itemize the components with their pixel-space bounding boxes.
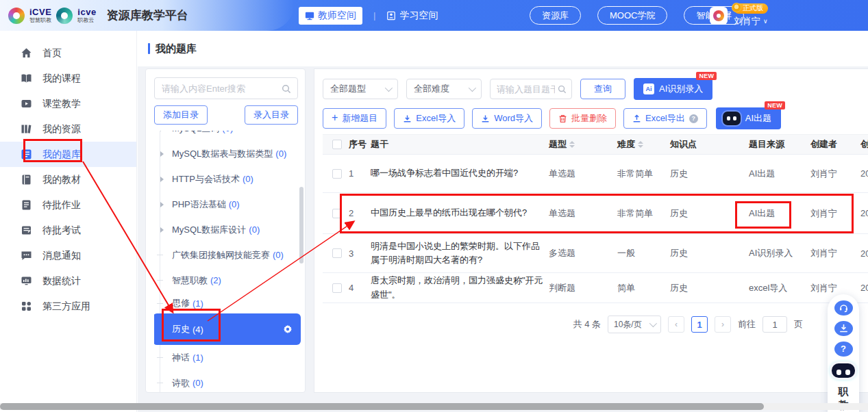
apps-grid-icon	[21, 300, 32, 312]
message-bubble-icon	[21, 250, 32, 261]
horizontal-scrollbar-thumb[interactable]	[0, 403, 764, 410]
nav-resource-library-button[interactable]: 资源库	[530, 6, 581, 25]
sidebar-item-pending-homework[interactable]: 待批作业	[0, 192, 136, 218]
row-checkbox[interactable]	[332, 248, 342, 258]
caret-right-icon	[160, 151, 164, 157]
help-icon[interactable]: ?	[834, 342, 853, 357]
select-all-checkbox[interactable]	[332, 140, 342, 149]
table-row[interactable]: 1 哪一场战争标志着中国近代史的开端? 单选题 非常简单 历史 AI出题 刘肖宁…	[323, 155, 868, 193]
directory-search-input[interactable]	[155, 78, 297, 99]
col-type[interactable]: 题型	[549, 138, 617, 151]
logo1-brand: iCVE	[29, 8, 51, 16]
sidebar-item-my-resources[interactable]: 我的资源	[0, 116, 136, 142]
tree-item-mysql-tables[interactable]: MySQL数据表与数据类型(0)	[154, 141, 301, 166]
tree-item-http-session[interactable]: HTTP与会话技术(0)	[154, 166, 301, 192]
word-import-button[interactable]: Word导入	[472, 108, 542, 129]
query-button[interactable]: 查询	[580, 79, 625, 99]
prev-page-button[interactable]: ‹	[668, 316, 684, 333]
question-type-select[interactable]: 全部题型	[323, 79, 398, 99]
library-books-icon	[21, 123, 32, 135]
ai-recognize-entry-button[interactable]: Ai AI识别录入 NEW	[634, 78, 712, 100]
sidebar-item-classroom-teaching[interactable]: 课堂教学	[0, 91, 136, 116]
download-center-icon[interactable]	[834, 321, 853, 336]
col-difficulty[interactable]: 难度	[617, 138, 670, 151]
tree-dash-icon	[157, 255, 163, 255]
add-question-button[interactable]: +新增题目	[323, 108, 386, 129]
add-directory-button[interactable]: 添加目录	[154, 105, 208, 125]
excel-import-button[interactable]: Excel导入	[394, 108, 464, 129]
goto-page-input[interactable]	[762, 316, 787, 333]
horizontal-scrollbar	[0, 403, 868, 410]
logo2-sub: 职教云	[77, 18, 96, 23]
tree-item-shenhua[interactable]: 神话(1)	[154, 345, 301, 370]
caret-right-icon	[160, 202, 164, 207]
tree-item-guangtie-contest[interactable]: 广铁集团接触网技能竞赛(0)	[154, 242, 301, 268]
tree-item-mysql-design[interactable]: MySQL数据库设计(0)	[154, 217, 301, 242]
directory-search	[154, 77, 298, 99]
page-size-select[interactable]: 10条/页	[608, 316, 661, 333]
total-count: 共 4 条	[573, 318, 601, 331]
new-badge: NEW	[696, 72, 717, 80]
search-icon	[282, 84, 291, 94]
user-caret-icon: ∨	[763, 18, 768, 25]
tree-item-php-basics[interactable]: PHP语法基础(0)	[154, 192, 301, 217]
ai-chip-icon: Ai	[643, 83, 654, 94]
entry-directory-button[interactable]: 录入目录	[245, 105, 298, 125]
sort-icon[interactable]	[638, 141, 643, 148]
difficulty-select[interactable]: 全部难度	[406, 79, 482, 99]
sort-icon[interactable]	[569, 141, 575, 148]
learning-space-icon	[386, 11, 396, 21]
col-creator: 创建者	[810, 138, 860, 151]
nav-mooc-button[interactable]: MOOC学院	[597, 6, 667, 25]
username[interactable]: 刘肖宁 ∨	[734, 15, 768, 27]
tree-dash-icon	[157, 383, 163, 383]
sidebar-item-my-courses[interactable]: 我的课程	[0, 66, 136, 91]
table-row-highlighted[interactable]: 2 中国历史上最早的纸币出现在哪个朝代? 单选题 非常简单 历史 AI出题 刘肖…	[323, 193, 868, 234]
table-row[interactable]: 4 唐太宗时期，政治清明，国力强盛史称"开元盛世"。 判断题 简单 历史 exc…	[323, 273, 868, 303]
main-content: 我的题库 添加目录 录入目录 MySQL查询(0) MySQL数据表与数据类型(…	[138, 31, 868, 412]
tab-teacher-space[interactable]: 教师空间	[299, 7, 362, 25]
ai-generate-button[interactable]: AI出题 NEW	[716, 107, 781, 129]
teacher-space-icon	[305, 11, 314, 21]
user-avatar[interactable]	[710, 7, 728, 25]
sidebar-item-notifications[interactable]: 消息通知	[0, 243, 136, 268]
row-checkbox[interactable]	[332, 209, 342, 218]
chevron-down-icon	[649, 320, 657, 327]
sidebar-item-home[interactable]: 首页	[0, 40, 136, 66]
row-checkbox[interactable]	[332, 283, 342, 293]
question-bank-icon	[21, 149, 32, 160]
next-page-button[interactable]: ›	[715, 316, 731, 333]
icve-zhihuizhijiao-logo-icon	[8, 8, 25, 24]
sidebar-item-my-textbooks[interactable]: 我的教材	[0, 167, 136, 192]
tree-item-history-selected[interactable]: 历史(4)	[154, 313, 301, 345]
sidebar-item-data-statistics[interactable]: 数据统计	[0, 268, 136, 294]
tree-scrollbar-thumb[interactable]	[299, 187, 303, 263]
toolbar-row: +新增题目 Excel导入 Word导入 批量删除 Excel导出	[323, 107, 781, 129]
batch-delete-button[interactable]: 批量删除	[549, 108, 616, 129]
tree-dash-icon	[157, 303, 163, 304]
tree-item-mysql-query[interactable]: MySQL查询(0)	[154, 131, 301, 141]
caret-right-icon	[160, 177, 164, 182]
chevron-down-icon	[385, 84, 393, 92]
tree-dash-icon	[157, 357, 163, 358]
table-row[interactable]: 3 明清是中国小说史上的繁荣时期。以下作品属于明清时期四大名著的有? 多选题 一…	[323, 234, 868, 273]
help-icon[interactable]: ?	[689, 114, 698, 123]
current-page-button[interactable]: 1	[691, 316, 708, 333]
tab-learning-space[interactable]: 学习空间	[386, 10, 438, 22]
robot-assistant-icon[interactable]	[832, 363, 855, 378]
version-badge: 正式版	[734, 3, 768, 14]
customer-support-icon[interactable]	[834, 300, 853, 316]
tree-item-shige[interactable]: 诗歌(0)	[154, 370, 301, 392]
sidebar-item-pending-exams[interactable]: 待批考试	[0, 218, 136, 243]
tree-item-sixiu[interactable]: 思修(1)	[154, 293, 301, 313]
textbook-icon	[21, 174, 32, 185]
tree-item-zhihuizhijiao[interactable]: 智慧职教(2)	[154, 268, 301, 293]
header-user-area[interactable]: 正式版 刘肖宁 ∨	[710, 0, 768, 31]
sidebar: 首页 我的课程 课堂教学 我的资源 我的题库 我的教材 待批作业 待批考试	[0, 31, 137, 412]
sidebar-item-third-party-apps[interactable]: 第三方应用	[0, 294, 136, 319]
sidebar-item-question-bank[interactable]: 我的题库	[0, 142, 136, 167]
gear-icon[interactable]	[283, 324, 293, 334]
row-checkbox[interactable]	[332, 169, 342, 179]
col-question: 题干	[371, 138, 549, 151]
excel-export-button[interactable]: Excel导出 ?	[623, 108, 707, 129]
